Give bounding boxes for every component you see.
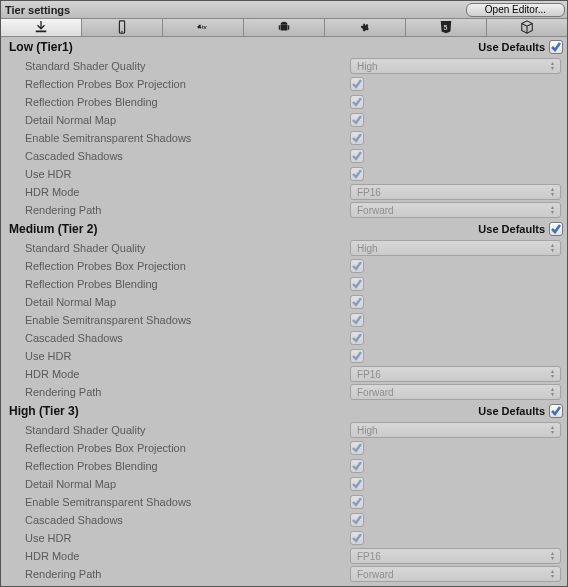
- setting-select[interactable]: FP16▴ ▾: [350, 184, 561, 200]
- setting-label: Reflection Probes Blending: [25, 460, 350, 472]
- svg-rect-4: [281, 24, 288, 30]
- platform-tab-tablet[interactable]: [82, 19, 163, 36]
- setting-select[interactable]: Forward▴ ▾: [350, 384, 561, 400]
- setting-checkbox[interactable]: [350, 441, 364, 455]
- platform-tab-cube[interactable]: [487, 19, 567, 36]
- setting-control: [350, 149, 561, 163]
- setting-select[interactable]: Forward▴ ▾: [350, 566, 561, 582]
- use-defaults-group: Use Defaults: [478, 40, 563, 54]
- setting-control: Forward▴ ▾: [350, 566, 561, 582]
- setting-select[interactable]: High▴ ▾: [350, 422, 561, 438]
- setting-checkbox[interactable]: [350, 459, 364, 473]
- setting-select[interactable]: Forward▴ ▾: [350, 202, 561, 218]
- chevron-updown-icon: ▴ ▾: [551, 387, 554, 397]
- setting-checkbox[interactable]: [350, 313, 364, 327]
- setting-control: [350, 441, 561, 455]
- use-defaults-checkbox[interactable]: [549, 222, 563, 236]
- setting-row: HDR ModeFP16▴ ▾: [1, 183, 567, 201]
- setting-control: [350, 313, 561, 327]
- setting-control: Forward▴ ▾: [350, 384, 561, 400]
- platform-tab-html5[interactable]: 5: [406, 19, 487, 36]
- tier-title: Medium (Tier 2): [9, 222, 97, 236]
- svg-point-2: [121, 30, 122, 31]
- platform-tab-android[interactable]: [244, 19, 325, 36]
- setting-control: High▴ ▾: [350, 422, 561, 438]
- setting-control: [350, 95, 561, 109]
- setting-row: Enable Semitransparent Shadows: [1, 311, 567, 329]
- setting-control: [350, 295, 561, 309]
- tier-title: Low (Tier1): [9, 40, 73, 54]
- setting-select[interactable]: High▴ ▾: [350, 58, 561, 74]
- download-icon: [33, 20, 49, 36]
- setting-label: HDR Mode: [25, 550, 350, 562]
- setting-label: Rendering Path: [25, 568, 350, 580]
- setting-checkbox[interactable]: [350, 131, 364, 145]
- setting-control: [350, 77, 561, 91]
- chevron-updown-icon: ▴ ▾: [551, 369, 554, 379]
- setting-checkbox[interactable]: [350, 477, 364, 491]
- setting-label: Reflection Probes Blending: [25, 96, 350, 108]
- setting-label: Rendering Path: [25, 386, 350, 398]
- setting-row: Standard Shader QualityHigh▴ ▾: [1, 57, 567, 75]
- setting-label: Cascaded Shadows: [25, 150, 350, 162]
- setting-row: Cascaded Shadows: [1, 329, 567, 347]
- tablet-icon: [114, 20, 130, 36]
- setting-control: FP16▴ ▾: [350, 184, 561, 200]
- setting-checkbox[interactable]: [350, 77, 364, 91]
- platform-tab-fan[interactable]: [325, 19, 406, 36]
- select-value: Forward: [357, 387, 394, 398]
- setting-row: Standard Shader QualityHigh▴ ▾: [1, 421, 567, 439]
- chevron-updown-icon: ▴ ▾: [551, 61, 554, 71]
- svg-rect-8: [288, 25, 289, 29]
- apple-tv-icon: tv: [195, 20, 211, 36]
- panel-header: Tier settings Open Editor...: [1, 1, 567, 19]
- use-defaults-checkbox[interactable]: [549, 40, 563, 54]
- use-defaults-group: Use Defaults: [478, 222, 563, 236]
- tier-header: Low (Tier1)Use Defaults: [1, 37, 567, 57]
- setting-checkbox[interactable]: [350, 277, 364, 291]
- setting-label: Cascaded Shadows: [25, 332, 350, 344]
- setting-checkbox[interactable]: [350, 259, 364, 273]
- setting-row: Detail Normal Map: [1, 293, 567, 311]
- tier-settings-panel: Tier settings Open Editor... tv5 Low (Ti…: [0, 0, 568, 587]
- setting-checkbox[interactable]: [350, 113, 364, 127]
- setting-label: Enable Semitransparent Shadows: [25, 314, 350, 326]
- setting-select[interactable]: FP16▴ ▾: [350, 548, 561, 564]
- setting-checkbox[interactable]: [350, 495, 364, 509]
- use-defaults-checkbox[interactable]: [549, 404, 563, 418]
- setting-control: Forward▴ ▾: [350, 202, 561, 218]
- setting-select[interactable]: High▴ ▾: [350, 240, 561, 256]
- setting-checkbox[interactable]: [350, 331, 364, 345]
- chevron-updown-icon: ▴ ▾: [551, 187, 554, 197]
- setting-label: Reflection Probes Box Projection: [25, 78, 350, 90]
- setting-checkbox[interactable]: [350, 349, 364, 363]
- setting-label: Reflection Probes Box Projection: [25, 260, 350, 272]
- android-icon: [276, 20, 292, 36]
- setting-label: Standard Shader Quality: [25, 60, 350, 72]
- setting-label: Standard Shader Quality: [25, 424, 350, 436]
- setting-checkbox[interactable]: [350, 295, 364, 309]
- setting-label: Use HDR: [25, 168, 350, 180]
- panel-title: Tier settings: [5, 4, 70, 16]
- setting-checkbox[interactable]: [350, 513, 364, 527]
- setting-row: Rendering PathForward▴ ▾: [1, 201, 567, 219]
- setting-control: FP16▴ ▾: [350, 366, 561, 382]
- platform-tab-download[interactable]: [1, 19, 82, 36]
- setting-label: Enable Semitransparent Shadows: [25, 132, 350, 144]
- setting-row: Reflection Probes Blending: [1, 93, 567, 111]
- tier-header: Medium (Tier 2)Use Defaults: [1, 219, 567, 239]
- platform-tab-apple-tv[interactable]: tv: [163, 19, 244, 36]
- setting-label: Detail Normal Map: [25, 114, 350, 126]
- setting-control: [350, 349, 561, 363]
- setting-select[interactable]: FP16▴ ▾: [350, 366, 561, 382]
- chevron-updown-icon: ▴ ▾: [551, 243, 554, 253]
- setting-checkbox[interactable]: [350, 531, 364, 545]
- tiers-container: Low (Tier1)Use DefaultsStandard Shader Q…: [1, 37, 567, 583]
- setting-row: Enable Semitransparent Shadows: [1, 129, 567, 147]
- setting-label: Reflection Probes Box Projection: [25, 442, 350, 454]
- setting-checkbox[interactable]: [350, 167, 364, 181]
- select-value: High: [357, 243, 378, 254]
- open-editor-button[interactable]: Open Editor...: [466, 3, 565, 17]
- setting-checkbox[interactable]: [350, 95, 364, 109]
- setting-checkbox[interactable]: [350, 149, 364, 163]
